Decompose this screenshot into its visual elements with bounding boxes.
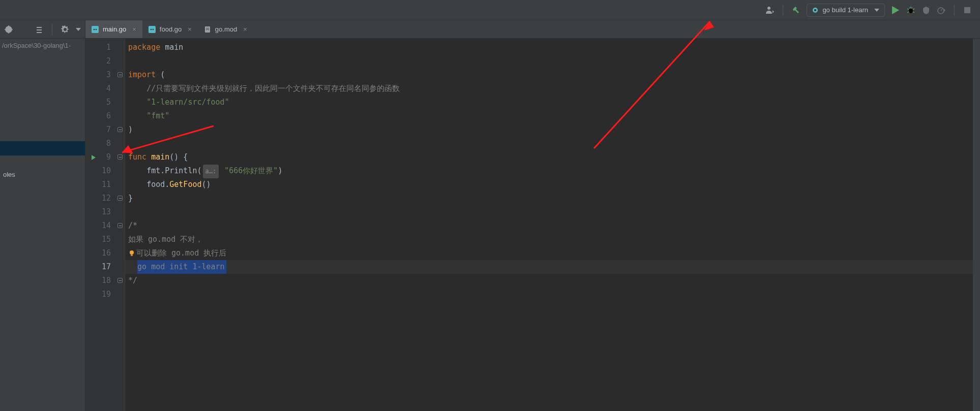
expand-all-icon[interactable] xyxy=(19,24,28,35)
tab-label: food.go xyxy=(160,25,182,33)
editor-scrollbar[interactable] xyxy=(973,39,980,411)
svg-point-13 xyxy=(94,28,95,30)
fold-toggle[interactable] xyxy=(117,72,123,77)
sidebar-selected-row[interactable] xyxy=(0,141,85,155)
gear-icon[interactable] xyxy=(61,24,70,35)
svg-rect-12 xyxy=(92,26,99,33)
svg-point-21 xyxy=(130,250,134,255)
svg-rect-2 xyxy=(814,9,816,11)
run-config-label: go build 1-learn xyxy=(822,6,868,14)
svg-rect-19 xyxy=(206,28,209,28)
user-icon[interactable] xyxy=(764,5,776,16)
collapse-all-icon[interactable] xyxy=(35,24,44,35)
svg-rect-15 xyxy=(149,26,156,33)
code-area[interactable]: package mainimport ( //只需要写到文件夹级别就行，因此同一… xyxy=(125,39,980,411)
close-icon[interactable]: × xyxy=(132,25,136,33)
hammer-build-icon[interactable] xyxy=(790,5,801,16)
project-sidebar: /orkSpace\30-golang\1- oles xyxy=(0,20,85,411)
svg-rect-20 xyxy=(206,29,209,30)
tab-food-go[interactable]: food.go× xyxy=(142,20,198,38)
debug-icon[interactable] xyxy=(905,5,916,16)
close-icon[interactable]: × xyxy=(243,25,247,33)
stop-icon[interactable] xyxy=(962,5,973,16)
run-icon[interactable] xyxy=(890,5,901,16)
coverage-icon[interactable] xyxy=(920,5,932,16)
fold-end[interactable] xyxy=(117,196,123,201)
sidebar-tree-label[interactable]: oles xyxy=(0,169,18,180)
gutter-run-icon[interactable] xyxy=(92,155,96,160)
svg-rect-9 xyxy=(37,27,42,28)
fold-toggle[interactable] xyxy=(117,223,123,228)
svg-point-0 xyxy=(767,7,770,10)
fold-column[interactable] xyxy=(116,39,125,411)
sidebar-toolbar xyxy=(0,20,85,39)
run-configuration-selector[interactable]: go build 1-learn xyxy=(807,4,885,17)
code-editor[interactable]: 12345678910111213141516171819 package ma… xyxy=(85,39,980,411)
fold-end[interactable] xyxy=(117,278,123,283)
svg-point-14 xyxy=(96,28,97,30)
svg-rect-11 xyxy=(37,32,42,33)
svg-marker-3 xyxy=(892,6,899,14)
chevron-down-icon[interactable] xyxy=(76,24,81,35)
profiler-icon[interactable] xyxy=(936,5,947,16)
svg-rect-22 xyxy=(131,255,133,256)
line-number-gutter: 12345678910111213141516171819 xyxy=(85,39,116,411)
fold-toggle[interactable] xyxy=(117,154,123,160)
tab-main-go[interactable]: main.go× xyxy=(85,20,142,38)
svg-point-17 xyxy=(153,28,154,30)
tab-label: go.mod xyxy=(215,25,237,33)
main-toolbar: go build 1-learn xyxy=(0,0,980,20)
svg-rect-6 xyxy=(964,7,970,13)
fold-end[interactable] xyxy=(117,127,123,132)
tab-go-mod[interactable]: go.mod× xyxy=(198,20,253,38)
close-icon[interactable]: × xyxy=(188,25,192,33)
svg-point-8 xyxy=(8,28,10,30)
target-icon[interactable] xyxy=(4,24,13,35)
svg-point-16 xyxy=(151,28,152,30)
project-path-fragment: /orkSpace\30-golang\1- xyxy=(0,39,85,52)
editor-tabs: main.go×food.go×go.mod× xyxy=(85,20,980,39)
svg-rect-10 xyxy=(37,29,42,30)
tab-label: main.go xyxy=(103,25,126,33)
svg-point-4 xyxy=(909,8,913,13)
